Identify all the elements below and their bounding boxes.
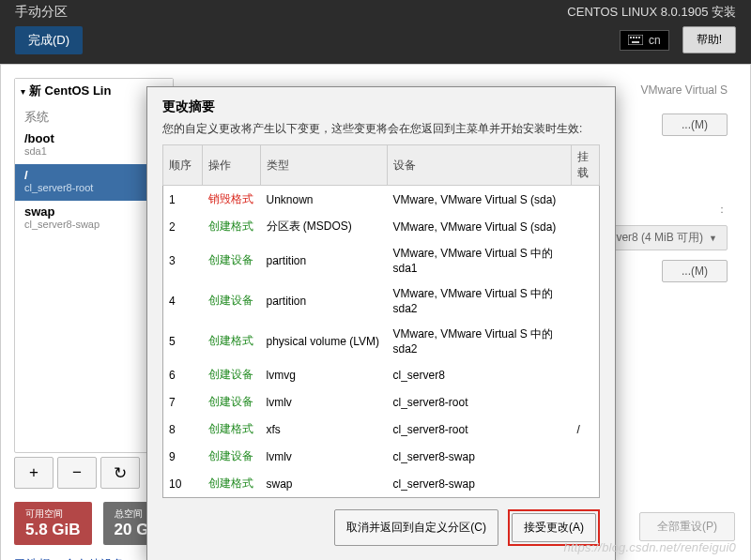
col-type[interactable]: 类型 bbox=[261, 145, 388, 186]
cell-device: cl_server8-swap bbox=[388, 443, 572, 470]
changes-table: 顺序 操作 类型 设备 挂载 1销毁格式UnknownVMware, VMwar… bbox=[162, 144, 600, 498]
changes-summary-dialog: 更改摘要 您的自定义更改将产生以下变更，这些变更将会在您返回到主菜单并开始安装时… bbox=[146, 86, 616, 560]
expand-arrow-icon: ▾ bbox=[21, 86, 25, 97]
mount-path: swap bbox=[24, 204, 163, 219]
cancel-button[interactable]: 取消并返回到自定义分区(C) bbox=[334, 509, 498, 546]
table-row[interactable]: 10创建格式swapcl_server8-swap bbox=[163, 470, 600, 498]
table-row[interactable]: 8创建格式xfscl_server8-root/ bbox=[163, 416, 600, 443]
cell-operation: 创建设备 bbox=[203, 361, 261, 388]
cell-device: VMware, VMware Virtual S (sda) bbox=[388, 186, 572, 214]
cell-type: swap bbox=[261, 470, 388, 498]
vg-dropdown[interactable]: ver8 (4 MiB 可用) ▼ bbox=[605, 225, 728, 250]
table-row[interactable]: 9创建设备lvmlvcl_server8-swap bbox=[163, 443, 600, 470]
cell-order: 3 bbox=[163, 240, 203, 280]
reset-all-button[interactable]: 全部重设(P) bbox=[639, 512, 735, 541]
cell-operation: 创建设备 bbox=[203, 388, 261, 416]
available-space-badge: 可用空间 5.8 GiB bbox=[14, 502, 92, 545]
table-row[interactable]: 3创建设备partitionVMware, VMware Virtual S 中… bbox=[163, 240, 600, 280]
accept-changes-button[interactable]: 接受更改(A) bbox=[512, 513, 596, 542]
svg-rect-0 bbox=[628, 35, 643, 45]
cell-mount bbox=[572, 213, 600, 240]
svg-rect-3 bbox=[636, 37, 637, 38]
table-row[interactable]: 6创建设备lvmvgcl_server8 bbox=[163, 361, 600, 388]
mount-device: cl_server8-swap bbox=[24, 219, 163, 230]
cell-mount bbox=[572, 186, 600, 214]
svg-rect-2 bbox=[633, 37, 635, 38]
cell-device: cl_server8 bbox=[388, 361, 572, 388]
cell-device: cl_server8-root bbox=[388, 416, 572, 443]
keyboard-layout-label: cn bbox=[649, 34, 661, 47]
cell-operation: 创建设备 bbox=[203, 443, 261, 470]
svg-rect-5 bbox=[632, 41, 639, 43]
done-button[interactable]: 完成(D) bbox=[15, 26, 83, 54]
table-row[interactable]: 7创建设备lvmlvcl_server8-root bbox=[163, 388, 600, 416]
cell-type: physical volume (LVM) bbox=[261, 321, 388, 361]
keyboard-indicator[interactable]: cn bbox=[620, 30, 669, 51]
installer-title: CENTOS LINUX 8.0.1905 安装 bbox=[567, 4, 736, 21]
cell-type: lvmlv bbox=[261, 443, 388, 470]
table-row[interactable]: 5创建格式physical volume (LVM)VMware, VMware… bbox=[163, 321, 600, 361]
cell-mount bbox=[572, 361, 600, 388]
table-row[interactable]: 1销毁格式UnknownVMware, VMware Virtual S (sd… bbox=[163, 186, 600, 214]
col-operation[interactable]: 操作 bbox=[203, 145, 261, 186]
add-partition-button[interactable]: + bbox=[14, 457, 54, 489]
storage-devices-link[interactable]: 已选择 1 个存储设备(S) bbox=[14, 556, 142, 560]
cell-type: Unknown bbox=[261, 186, 388, 214]
modify-button[interactable]: ...(M) bbox=[662, 114, 728, 136]
cell-type: lvmvg bbox=[261, 361, 388, 388]
dialog-subtitle: 您的自定义更改将产生以下变更，这些变更将会在您返回到主菜单并开始安装时生效: bbox=[147, 121, 615, 144]
cell-mount bbox=[572, 443, 600, 470]
svg-rect-1 bbox=[630, 37, 632, 38]
cell-type: 分区表 (MSDOS) bbox=[261, 213, 388, 240]
cell-mount bbox=[572, 321, 600, 361]
col-device[interactable]: 设备 bbox=[388, 145, 572, 186]
cell-order: 6 bbox=[163, 361, 203, 388]
remove-partition-button[interactable]: − bbox=[57, 457, 97, 489]
mount-path: /boot bbox=[24, 131, 163, 145]
cell-device: VMware, VMware Virtual S 中的 sda2 bbox=[388, 321, 572, 361]
mount-path: / bbox=[24, 168, 163, 182]
top-bar: 手动分区 完成(D) CENTOS LINUX 8.0.1905 安装 cn 帮… bbox=[0, 0, 751, 64]
cell-operation: 创建设备 bbox=[203, 240, 261, 280]
cell-operation: 创建格式 bbox=[203, 321, 261, 361]
modify-button-2[interactable]: ...(M) bbox=[662, 260, 728, 282]
table-row[interactable]: 2创建格式分区表 (MSDOS)VMware, VMware Virtual S… bbox=[163, 213, 600, 240]
reload-button[interactable]: ↻ bbox=[100, 457, 140, 489]
cell-operation: 创建格式 bbox=[203, 470, 261, 498]
dialog-title: 更改摘要 bbox=[147, 87, 615, 121]
cell-device: VMware, VMware Virtual S (sda) bbox=[388, 213, 572, 240]
cell-order: 1 bbox=[163, 186, 203, 214]
cell-order: 9 bbox=[163, 443, 203, 470]
cell-type: lvmlv bbox=[261, 388, 388, 416]
cell-operation: 创建格式 bbox=[203, 416, 261, 443]
keyboard-icon bbox=[628, 35, 643, 45]
mount-device: sda1 bbox=[24, 145, 163, 157]
cell-operation: 创建格式 bbox=[203, 213, 261, 240]
col-order[interactable]: 顺序 bbox=[163, 145, 203, 186]
table-row[interactable]: 4创建设备partitionVMware, VMware Virtual S 中… bbox=[163, 280, 600, 321]
cell-device: VMware, VMware Virtual S 中的 sda2 bbox=[388, 280, 572, 321]
cell-order: 5 bbox=[163, 321, 203, 361]
cell-order: 10 bbox=[163, 470, 203, 498]
svg-rect-4 bbox=[638, 37, 640, 38]
cell-type: partition bbox=[261, 280, 388, 321]
cell-mount bbox=[572, 388, 600, 416]
cell-order: 2 bbox=[163, 213, 203, 240]
dialog-actions: 取消并返回到自定义分区(C) 接受更改(A) bbox=[147, 498, 615, 560]
cell-mount bbox=[572, 470, 600, 498]
cell-device: cl_server8-root bbox=[388, 388, 572, 416]
cell-operation: 销毁格式 bbox=[203, 186, 261, 214]
chevron-down-icon: ▼ bbox=[709, 234, 717, 243]
cell-order: 7 bbox=[163, 388, 203, 416]
cell-mount: / bbox=[572, 416, 600, 443]
help-button[interactable]: 帮助! bbox=[682, 26, 736, 53]
cell-type: partition bbox=[261, 240, 388, 280]
col-mount[interactable]: 挂载 bbox=[572, 145, 600, 186]
cell-order: 8 bbox=[163, 416, 203, 443]
watermark: https://blog.csdn.net/renfeigui0 bbox=[564, 540, 736, 554]
cell-operation: 创建设备 bbox=[203, 280, 261, 321]
cell-mount bbox=[572, 280, 600, 321]
cell-device: VMware, VMware Virtual S 中的 sda1 bbox=[388, 240, 572, 280]
cell-device: cl_server8-swap bbox=[388, 470, 572, 498]
cell-mount bbox=[572, 240, 600, 280]
